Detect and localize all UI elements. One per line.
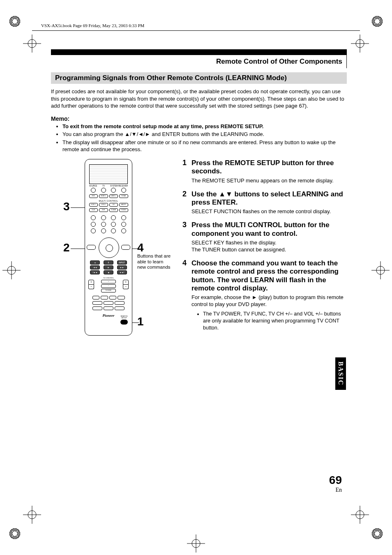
- content-area: Remote Control of Other Components Progr…: [51, 49, 347, 348]
- step-number: 2: [182, 190, 191, 216]
- remote-label: SYSTEM RECEIVER: [110, 185, 128, 187]
- remote-diagram: 3 2 4 Buttons that are able to learn new…: [51, 159, 175, 348]
- section-title: Programming Signals from Other Remote Co…: [51, 72, 347, 84]
- step-title: Choose the command you want to teach the…: [191, 259, 347, 293]
- round-button-icon: [121, 228, 126, 233]
- step-title: Press the MULTI CONTROL button for the c…: [191, 221, 347, 238]
- round-button-icon: [101, 222, 106, 227]
- page-number-block: 69 En: [329, 474, 342, 493]
- round-button-icon: [91, 222, 96, 227]
- chapter-title: Remote Control of Other Components: [51, 49, 347, 68]
- page-number: 69: [329, 474, 342, 487]
- step-title: Use the ▲▼ buttons to select LEARNING an…: [191, 190, 347, 207]
- registration-mark-icon: [187, 534, 205, 553]
- remote-button: VIDEO 1: [99, 194, 108, 198]
- round-button-icon: [111, 222, 116, 227]
- input-button: INPUT: [117, 260, 127, 265]
- step-sublist: The TV POWER, TV FUNC, TV CH +/– and VOL…: [191, 311, 347, 332]
- dpad-icon: [99, 237, 119, 258]
- remote-button: VCR 2: [99, 203, 108, 207]
- next-track-button-icon: ►►I: [117, 270, 127, 274]
- step-desc: SELECT KEY flashes in the display. The T…: [191, 240, 347, 253]
- tv-ch-button: +: [101, 280, 116, 283]
- round-button-icon: [91, 228, 96, 233]
- rewind-button-icon: ◄◄: [90, 265, 100, 269]
- round-button-icon: [111, 228, 116, 233]
- tv-vol-rocker: +−: [88, 280, 94, 289]
- power-button-icon: [121, 188, 126, 193]
- side-tab-basic: BASIC: [335, 357, 346, 390]
- memo-item: To exit from the remote control setup mo…: [62, 123, 347, 130]
- transport-controls: ● II INPUT ◄◄ ► ►► I◄◄ ■: [85, 260, 132, 276]
- callout-line: [131, 322, 139, 323]
- tv-control-label: TV CONTROL: [101, 277, 117, 279]
- memo-item: The display will disappear after one min…: [62, 139, 347, 153]
- header-rule: [32, 30, 360, 31]
- remote-button: [104, 301, 113, 305]
- remote-button: [92, 301, 102, 305]
- step: 2 Use the ▲▼ buttons to select LEARNING …: [182, 190, 347, 216]
- power-button-icon: [111, 188, 116, 193]
- round-button-icon: [121, 222, 126, 227]
- remote-button: [115, 301, 125, 305]
- registration-mark-icon: [23, 35, 41, 53]
- remote-label: SOURCE: [89, 185, 97, 187]
- callout-number-2: 2: [63, 241, 70, 254]
- remote-button: DVD: [89, 194, 98, 198]
- cropmark-icon: [7, 526, 22, 541]
- record-button-icon: ●: [90, 260, 100, 265]
- step-number: 1: [182, 159, 191, 184]
- round-button-icon: [101, 228, 106, 233]
- remote-button: [92, 306, 102, 310]
- step-desc: The REMOTE SETUP menu appears on the rem…: [191, 177, 347, 184]
- side-button-icon: [121, 245, 130, 250]
- remote-label: TV: [102, 185, 105, 187]
- registration-mark-icon: [351, 506, 369, 524]
- registration-mark-icon: [351, 35, 369, 53]
- tv-ch-button: −: [101, 284, 116, 288]
- callout-number-1: 1: [137, 315, 144, 328]
- cropmark-icon: [7, 14, 22, 29]
- cropmark-icon: [370, 14, 385, 29]
- callout-4-note: Buttons that are able to learn new comma…: [137, 253, 173, 270]
- remote-display: [89, 164, 128, 184]
- remote-button: [104, 306, 113, 310]
- memo-item: You can also program the ▲/▼/◄/► and ENT…: [62, 131, 347, 138]
- side-button-icon: [87, 245, 96, 250]
- round-button-icon: [121, 215, 126, 220]
- fast-forward-button-icon: ►►: [117, 265, 127, 269]
- remote-button: VCR 1: [89, 203, 98, 207]
- page: VSX-AX5i.book Page 69 Friday, May 23, 20…: [0, 0, 392, 555]
- step-desc: For example, choose the ► (play) button …: [191, 294, 347, 308]
- stop-button-icon: ■: [104, 270, 113, 274]
- remote-button: CD-R: [89, 208, 98, 212]
- remote-control-illustration: SOURCE TV SYSTEM RECEIVER DVD VI: [85, 159, 132, 336]
- power-button-icon: [91, 188, 96, 193]
- step: 4 Choose the command you want to teach t…: [182, 259, 347, 332]
- callout-number-3: 3: [63, 200, 70, 213]
- remote-button: TV/SAT: [119, 194, 128, 198]
- callout-line: [131, 249, 139, 249]
- prev-track-button-icon: I◄◄: [90, 270, 100, 274]
- steps-column: 1 Press the REMOTE SETUP button for thre…: [182, 159, 347, 348]
- tv-func-button: TV FUNC: [101, 289, 116, 292]
- remote-button: F.VIDEO: [119, 208, 128, 212]
- cropmark-icon: [370, 526, 385, 541]
- memo-list: To exit from the remote control setup mo…: [51, 123, 347, 153]
- round-button-icon: [101, 215, 106, 220]
- registration-mark-icon: [2, 261, 21, 279]
- intro-paragraph: If preset codes are not available for yo…: [51, 88, 347, 110]
- remote-button: TUNER: [109, 208, 118, 212]
- memo-heading: Memo:: [51, 115, 347, 122]
- step-sub-item: The TV POWER, TV FUNC, TV CH +/– and VOL…: [203, 311, 347, 332]
- remote-setup-label: REMOTE SETUP: [119, 315, 129, 319]
- remote-button: [92, 296, 100, 299]
- remote-setup-button-icon: [120, 320, 128, 325]
- remote-button: VIDEO 2: [109, 194, 118, 198]
- callout-number-4: 4: [137, 241, 144, 254]
- remote-button: DVR: [99, 208, 108, 212]
- remote-button: MD/TP: [119, 203, 128, 207]
- play-button-icon: ►: [104, 265, 113, 269]
- remote-button: [109, 296, 117, 299]
- registration-mark-icon: [371, 261, 390, 279]
